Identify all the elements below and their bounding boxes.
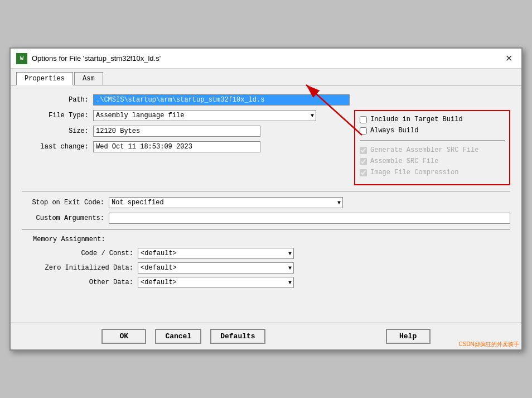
customargs-input[interactable] xyxy=(109,213,510,224)
tab-bar: Properties Asm xyxy=(11,69,521,85)
stoponexitcode-select[interactable]: Not specified xyxy=(109,197,343,208)
path-label: Path: xyxy=(22,96,89,104)
include-label: Include in Target Build xyxy=(370,116,463,123)
path-input[interactable] xyxy=(93,94,350,106)
stoponexitcode-label: Stop on Exit Code: xyxy=(22,199,104,207)
zeroinit-select-wrapper: <default> ▼ xyxy=(138,262,294,274)
watermark: CSDN@疯狂的外卖骑手 xyxy=(459,341,520,348)
stoponexitcode-select-wrapper: Not specified ▼ xyxy=(109,197,343,208)
code-select-wrapper: <default> ▼ xyxy=(138,248,294,259)
app-icon: W xyxy=(16,53,27,64)
close-button[interactable]: ✕ xyxy=(502,52,516,65)
ok-button[interactable]: OK xyxy=(101,329,146,344)
assemble-label: Assemble SRC File xyxy=(370,157,438,165)
dialog: W Options for File 'startup_stm32f10x_ld… xyxy=(9,47,523,351)
generate-row: Generate Assembler SRC File xyxy=(360,146,505,154)
help-button[interactable]: Help xyxy=(386,329,431,344)
size-input xyxy=(93,126,260,137)
image-checkbox xyxy=(360,169,367,176)
size-label: Size: xyxy=(22,127,89,135)
alwaysbuild-checkbox[interactable] xyxy=(360,127,367,135)
footer: OK Cancel Defaults Help xyxy=(11,323,521,349)
right-panel: Include in Target Build Always Build Gen… xyxy=(354,110,510,185)
dialog-title: Options for File 'startup_stm32f10x_ld.s… xyxy=(32,54,161,63)
filetype-row: File Type: Assembly language file ▼ xyxy=(22,110,343,121)
generate-checkbox xyxy=(360,147,367,154)
size-row: Size: // set size value after render xyxy=(22,126,343,137)
assemble-row: Assemble SRC File xyxy=(360,157,505,165)
zeroinit-label: Zero Initialized Data: xyxy=(22,264,133,272)
image-label: Image File Compression xyxy=(370,169,458,176)
zeroinit-select[interactable]: <default> xyxy=(138,262,294,274)
titlebar: W Options for File 'startup_stm32f10x_ld… xyxy=(11,49,521,69)
tab-asm[interactable]: Asm xyxy=(74,72,103,85)
assemble-checkbox xyxy=(360,158,367,165)
lastchange-row: last change: xyxy=(22,141,343,152)
main-separator xyxy=(22,191,510,191)
generate-label: Generate Assembler SRC File xyxy=(370,146,478,154)
code-label: Code / Const: xyxy=(22,250,133,257)
customargs-label: Custom Arguments: xyxy=(22,214,104,222)
code-select[interactable]: <default> xyxy=(138,248,294,259)
content-area: Path: File Type: Assembly language file … xyxy=(11,85,521,323)
right-separator xyxy=(360,140,505,141)
customargs-row: Custom Arguments: xyxy=(22,213,510,224)
filetype-label: File Type: xyxy=(22,112,89,119)
zeroinit-row: Zero Initialized Data: <default> ▼ xyxy=(22,262,510,274)
left-panel: File Type: Assembly language file ▼ Size… xyxy=(22,110,343,185)
alwaysbuild-row: Always Build xyxy=(360,127,505,135)
alwaysbuild-label: Always Build xyxy=(370,127,418,135)
filetype-select-wrapper: Assembly language file ▼ xyxy=(93,110,316,121)
otherdata-row: Other Data: <default> ▼ xyxy=(22,277,510,288)
otherdata-label: Other Data: xyxy=(22,279,133,286)
include-row: Include in Target Build xyxy=(360,116,505,123)
otherdata-select-wrapper: <default> ▼ xyxy=(138,277,294,288)
stoponexitcode-row: Stop on Exit Code: Not specified ▼ xyxy=(22,197,510,208)
memory-separator xyxy=(22,229,510,230)
path-row: Path: xyxy=(22,94,510,106)
tab-properties[interactable]: Properties xyxy=(16,72,73,85)
lastchange-input xyxy=(93,141,260,152)
lastchange-label: last change: xyxy=(22,143,89,151)
include-checkbox[interactable] xyxy=(360,116,367,123)
code-row: Code / Const: <default> ▼ xyxy=(22,248,510,259)
main-area: File Type: Assembly language file ▼ Size… xyxy=(22,110,510,185)
memory-section-title: Memory Assignment: xyxy=(33,236,510,243)
image-row: Image File Compression xyxy=(360,169,505,176)
defaults-button[interactable]: Defaults xyxy=(210,329,265,344)
cancel-button[interactable]: Cancel xyxy=(155,329,201,344)
filetype-select[interactable]: Assembly language file xyxy=(93,110,316,121)
titlebar-left: W Options for File 'startup_stm32f10x_ld… xyxy=(16,53,161,64)
otherdata-select[interactable]: <default> xyxy=(138,277,294,288)
